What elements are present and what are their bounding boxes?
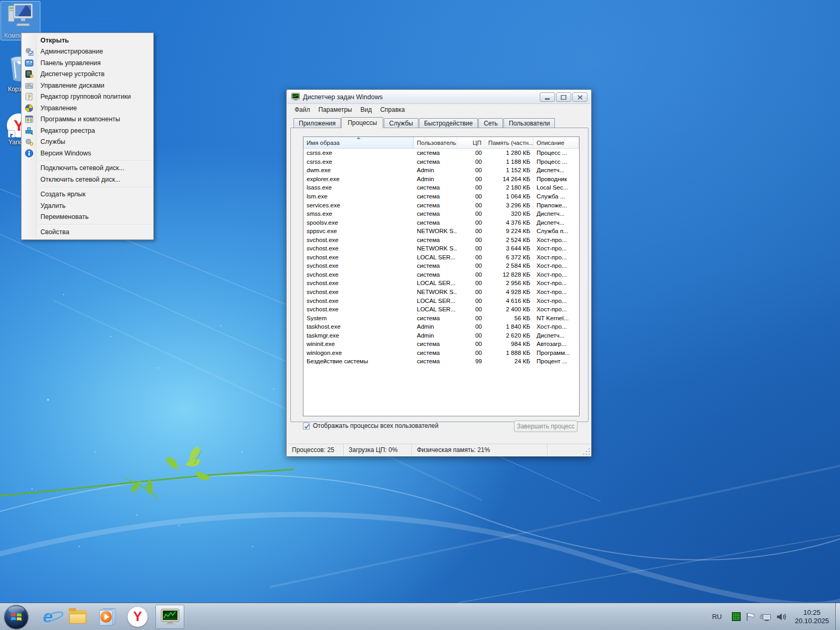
menu-Вид[interactable]: Вид [356,105,376,114]
tab-Службы[interactable]: Службы [384,118,418,128]
process-row[interactable]: services.exeсистема003 296 КБПриложе... [303,201,579,209]
process-row[interactable]: lsass.exeсистема002 180 КБLocal Sec... [303,183,579,192]
column-header[interactable]: Имя образа [303,137,414,148]
action-center-flag-icon[interactable] [746,612,755,622]
column-header[interactable]: Описание [533,137,579,148]
process-row[interactable]: Бездействие системысистема9924 КБПроцент… [303,357,579,366]
context-menu-item[interactable]: Службы [22,136,153,148]
process-row[interactable]: winlogon.exeсистема001 888 КБПрограмм... [303,349,579,358]
ie-icon[interactable]: e [37,606,58,627]
process-cell: система [414,313,457,322]
process-row[interactable]: sppsvc.exeNETWORK S...009 224 КБСлужба п… [303,227,579,236]
context-menu-item[interactable]: Открыть [22,35,153,46]
minimize-button[interactable] [540,92,555,102]
process-row[interactable]: taskmgr.exeAdmin002 620 КБДиспетч... [303,331,579,340]
process-row[interactable]: svchost.exeLOCAL SER...002 400 КБХост-пр… [303,305,579,314]
context-menu-item[interactable]: Переименовать [22,212,153,223]
process-cell: Служба ... [533,192,579,201]
task-manager-window-button[interactable] [155,605,184,629]
process-row[interactable]: explorer.exeAdmin0014 264 КБПроводник [303,175,579,184]
process-row[interactable]: svchost.exeNETWORK S...003 644 КБХост-пр… [303,244,579,253]
menu-item-label: Отключить сетевой диск... [40,176,120,183]
process-cell: taskhost.exe [303,322,414,331]
status-bar: Процессов: 25Загрузка ЦП: 0%Физическая п… [287,444,591,456]
context-menu-item[interactable]: Управление [22,102,153,114]
process-cell: System [303,313,414,322]
process-row[interactable]: svchost.exeсистема0012 828 КБХост-про... [303,270,579,279]
column-header[interactable]: Пользователь [414,137,457,148]
cpu-meter-icon[interactable] [732,612,741,621]
context-menu-item[interactable]: Редактор реестра [22,125,153,136]
process-cell: 00 [457,305,485,314]
control-panel-icon [25,58,34,67]
process-row[interactable]: csrss.exeсистема001 280 КБПроцесс ... [303,149,579,158]
clock[interactable]: 10:25 20.10.2025 [795,608,829,625]
language-indicator[interactable]: RU [707,613,727,621]
process-cell: Диспетч... [533,209,579,218]
tab-Пользователи[interactable]: Пользователи [503,118,555,128]
process-row[interactable]: Systemсистема0056 КБNT Kernel... [303,313,579,322]
process-cell: Служба п... [533,227,579,236]
tab-Быстродействие[interactable]: Быстродействие [419,118,478,128]
menu-Параметры[interactable]: Параметры [314,105,356,114]
process-row[interactable]: svchost.exeсистема002 524 КБХост-про... [303,235,579,244]
context-menu-item[interactable]: Версия Windows [22,148,153,159]
tab-Приложения[interactable]: Приложения [293,118,341,128]
column-header[interactable]: ЦП [457,137,485,148]
show-desktop-button[interactable] [835,603,840,630]
tab-Сеть[interactable]: Сеть [478,118,503,128]
process-cell: система [414,183,457,192]
process-cell: Бездействие системы [303,357,414,366]
process-cell: wininit.exe [303,340,414,349]
context-menu-item[interactable]: Программы и компоненты [22,114,153,125]
process-row[interactable]: dwm.exeAdmin001 152 КБДиспетч... [303,166,579,175]
process-cell: Процесс ... [533,149,579,158]
media-player-icon[interactable] [97,606,118,627]
resize-grip[interactable] [583,448,590,455]
show-all-users-checkbox[interactable] [303,423,310,429]
task-manager-window[interactable]: Диспетчер задач Windows ФайлПараметрыВид… [286,89,592,457]
process-row[interactable]: svchost.exeLOCAL SER...002 956 КБХост-пр… [303,279,579,288]
process-row[interactable]: svchost.exeNETWORK S...004 928 КБХост-пр… [303,288,579,297]
services-icon [25,138,34,146]
tab-Процессы[interactable]: Процессы [341,117,383,128]
explorer-folder-icon[interactable] [67,606,88,627]
volume-icon[interactable] [776,612,788,622]
context-menu-item[interactable]: Администрирование [22,46,153,58]
context-menu-item[interactable]: Подключить сетевой диск... [22,163,153,174]
process-row[interactable]: smss.exeсистема00320 КБДиспетч... [303,209,579,218]
menu-item-label: Управление дисками [40,82,104,89]
context-menu-item[interactable]: Свойства [22,226,153,238]
process-row[interactable]: spoolsv.exeсистема004 376 КБДиспетч... [303,218,579,227]
context-menu-item[interactable]: Отключить сетевой диск... [22,174,153,185]
context-menu-item[interactable]: Панель управления [22,57,153,69]
process-row[interactable]: svchost.exeLOCAL SER...004 616 КБХост-пр… [303,296,579,305]
maximize-button[interactable] [556,92,571,102]
menu-Справка[interactable]: Справка [376,105,409,114]
process-cell: 00 [457,288,485,297]
process-row[interactable]: wininit.exeсистема00984 КБАвтозагр... [303,340,579,349]
end-process-button[interactable]: Завершить процесс [514,421,578,432]
process-row[interactable]: svchost.exeLOCAL SER...006 372 КБХост-пр… [303,253,579,262]
network-icon[interactable] [760,612,771,622]
close-button[interactable] [572,92,587,102]
start-button[interactable] [4,605,28,629]
process-row[interactable]: taskhost.exeAdmin001 840 КБХост-про... [303,322,579,331]
process-row[interactable]: lsm.exeсистема001 064 КБСлужба ... [303,192,579,201]
column-header[interactable]: Память (частн... [485,137,533,148]
menu-Файл[interactable]: Файл [290,105,314,114]
process-cell: система [414,201,457,209]
process-cell: NETWORK S... [414,244,457,253]
process-cell: 2 180 КБ [485,183,533,192]
yandex-icon[interactable]: Y [127,606,148,627]
menu-item-label: Панель управления [40,59,101,67]
context-menu-item[interactable]: Редактор групповой политики [22,91,153,103]
title-bar[interactable]: Диспетчер задач Windows [287,90,591,104]
process-row[interactable]: csrss.exeсистема001 188 КБПроцесс ... [303,158,579,166]
context-menu-item[interactable]: Удалить [22,200,153,212]
context-menu-item[interactable]: Управление дисками [22,80,153,91]
process-cell: Диспетч... [533,166,579,175]
process-row[interactable]: svchost.exeсистема002 584 КБХост-про... [303,261,579,270]
context-menu-item[interactable]: Диспетчер устройств [22,69,153,80]
context-menu-item[interactable]: Создать ярлык [22,189,153,201]
